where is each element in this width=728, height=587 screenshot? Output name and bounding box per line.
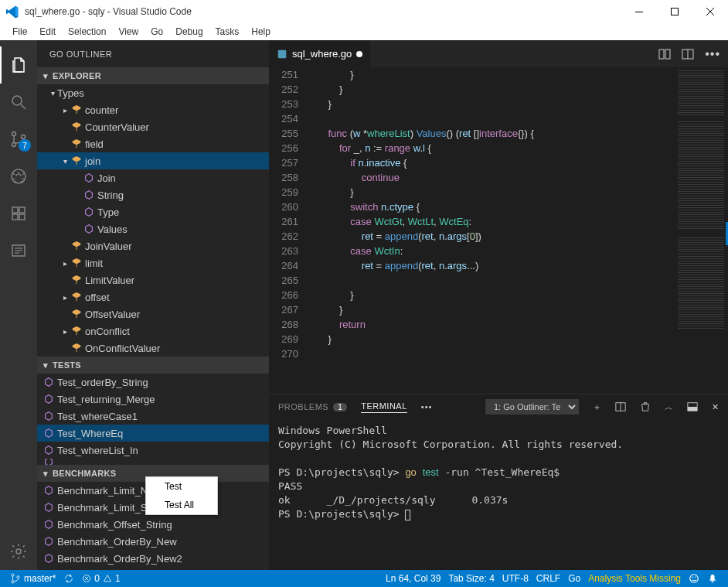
source-control-icon[interactable]: 7 bbox=[0, 121, 37, 158]
svg-point-27 bbox=[12, 581, 14, 583]
tree-item-countervaluer[interactable]: CounterValuer bbox=[37, 118, 269, 135]
status-analysis[interactable]: Analysis Tools Missing bbox=[584, 570, 685, 587]
status-branch[interactable]: master* bbox=[6, 570, 60, 587]
menu-view[interactable]: View bbox=[112, 25, 145, 39]
test-item[interactable]: Test_WhereEq bbox=[37, 425, 269, 442]
struct-icon bbox=[70, 121, 83, 132]
menu-go[interactable]: Go bbox=[145, 25, 169, 39]
svg-point-6 bbox=[22, 135, 26, 139]
panel-tab-terminal[interactable]: TERMINAL bbox=[361, 401, 407, 413]
vscode-logo-icon bbox=[6, 5, 19, 18]
chevron-down-icon: ▾ bbox=[48, 89, 57, 97]
maximize-button[interactable] bbox=[657, 0, 692, 23]
split-terminal-icon[interactable] bbox=[615, 401, 626, 412]
tree-item-join[interactable]: ▾join bbox=[37, 152, 269, 169]
new-terminal-icon[interactable]: ＋ bbox=[593, 401, 601, 413]
test-item[interactable]: Test_orderBy_String bbox=[37, 374, 269, 391]
struct-icon bbox=[70, 343, 83, 353]
split-editor-icon[interactable] bbox=[682, 48, 694, 60]
settings-gear-icon[interactable] bbox=[0, 533, 37, 570]
svg-point-26 bbox=[12, 574, 14, 576]
tree-item-field[interactable]: field bbox=[37, 135, 269, 152]
tree-item-counter[interactable]: ▸counter bbox=[37, 101, 269, 118]
section-explorer[interactable]: ▾ EXPLORER bbox=[37, 67, 269, 84]
outline-icon[interactable] bbox=[0, 232, 37, 269]
tree-types[interactable]: ▾ Types bbox=[37, 84, 269, 101]
status-problems[interactable]: 0 1 bbox=[78, 570, 124, 587]
status-language[interactable]: Go bbox=[564, 570, 584, 587]
status-eol[interactable]: CRLF bbox=[532, 570, 564, 587]
tree-item-onconflict[interactable]: ▸onConflict bbox=[37, 323, 269, 340]
struct-icon bbox=[70, 104, 83, 115]
status-bell-icon[interactable] bbox=[703, 570, 722, 587]
status-sync[interactable] bbox=[60, 570, 78, 587]
status-bar: master* 0 1 Ln 64, Col 39 Tab Size: 4 UT… bbox=[0, 570, 728, 587]
code-content[interactable]: } } } func (w *whereList) Values() (ret … bbox=[311, 67, 728, 394]
tree-item-values[interactable]: Values bbox=[37, 220, 269, 237]
svg-point-7 bbox=[12, 169, 26, 183]
menu-selection[interactable]: Selection bbox=[62, 25, 112, 39]
maximize-panel-icon[interactable]: ︿ bbox=[665, 401, 673, 413]
menu-edit[interactable]: Edit bbox=[33, 25, 62, 39]
chevron-down-icon: ▾ bbox=[40, 360, 51, 370]
menu-debug[interactable]: Debug bbox=[169, 25, 209, 39]
status-encoding[interactable]: UTF-8 bbox=[498, 570, 532, 587]
tab-label: sql_where.go bbox=[292, 48, 352, 60]
context-menu-test-all[interactable]: Test All bbox=[146, 496, 217, 514]
svg-point-2 bbox=[12, 96, 22, 105]
tree-item-join[interactable]: Join bbox=[37, 169, 269, 186]
extensions-icon[interactable] bbox=[0, 195, 37, 232]
tree-item-limitvaluer[interactable]: LimitValuer bbox=[37, 271, 269, 288]
go-file-icon bbox=[277, 49, 287, 60]
scm-badge: 7 bbox=[19, 139, 31, 152]
svg-point-16 bbox=[16, 549, 21, 554]
terminal-output[interactable]: Windows PowerShell Copyright (C) Microso… bbox=[269, 419, 728, 570]
tree-item-limit[interactable]: ▸limit bbox=[37, 254, 269, 271]
benchmark-item[interactable]: Benchmark_OrderBy_New2 bbox=[37, 550, 269, 567]
more-icon[interactable]: ••• bbox=[705, 47, 720, 61]
method-icon bbox=[82, 172, 96, 183]
status-feedback-icon[interactable] bbox=[685, 570, 703, 587]
menu-file[interactable]: File bbox=[6, 25, 33, 39]
struct-icon bbox=[70, 292, 83, 302]
more-icon[interactable]: ••• bbox=[421, 402, 433, 411]
toggle-panel-icon[interactable] bbox=[687, 401, 698, 412]
minimap[interactable] bbox=[674, 67, 728, 394]
menu-help[interactable]: Help bbox=[245, 25, 277, 39]
menu-tasks[interactable]: Tasks bbox=[209, 25, 246, 39]
debug-icon[interactable] bbox=[0, 158, 37, 195]
benchmark-icon bbox=[42, 502, 56, 513]
tree-item-offset[interactable]: ▸offset bbox=[37, 288, 269, 305]
status-tabsize[interactable]: Tab Size: 4 bbox=[444, 570, 498, 587]
line-gutter: 2512522532542552562572582592602612622632… bbox=[269, 67, 311, 394]
tab-sql-where[interactable]: sql_where.go bbox=[269, 40, 370, 67]
svg-point-28 bbox=[17, 576, 19, 578]
svg-rect-1 bbox=[672, 9, 679, 15]
tree-item-string[interactable]: String bbox=[37, 186, 269, 203]
benchmark-item[interactable]: Benchmark_OrderBy_New bbox=[37, 533, 269, 550]
tree-item-onconflictvaluer[interactable]: OnConflictValuer bbox=[37, 340, 269, 357]
test-item[interactable]: Test_whereCase1 bbox=[37, 408, 269, 425]
tree-item-type[interactable]: Type bbox=[37, 203, 269, 220]
code-editor[interactable]: 2512522532542552562572582592602612622632… bbox=[269, 67, 728, 394]
terminal-selector[interactable]: 1: Go Outliner: Te bbox=[485, 399, 579, 415]
test-item[interactable]: Test_whereList_In bbox=[37, 442, 269, 459]
context-menu-test[interactable]: Test bbox=[146, 477, 217, 496]
editor-tabs: sql_where.go ••• bbox=[269, 40, 728, 67]
search-icon[interactable] bbox=[0, 84, 37, 121]
kill-terminal-icon[interactable] bbox=[640, 401, 651, 412]
tree-item-offsetvaluer[interactable]: OffsetValuer bbox=[37, 305, 269, 323]
benchmark-item[interactable]: Benchmark_Offset_String bbox=[37, 516, 269, 533]
close-panel-icon[interactable]: ✕ bbox=[712, 402, 719, 412]
menubar: File Edit Selection View Go Debug Tasks … bbox=[0, 23, 728, 40]
tree-item-joinvaluer[interactable]: JoinValuer bbox=[37, 237, 269, 254]
panel-tab-problems[interactable]: PROBLEMS 1 bbox=[278, 402, 347, 411]
explorer-icon[interactable] bbox=[0, 46, 37, 84]
section-tests[interactable]: ▾ TESTS bbox=[37, 357, 269, 374]
minimize-button[interactable] bbox=[621, 0, 657, 23]
svg-rect-11 bbox=[19, 207, 25, 213]
test-item[interactable]: Test_returning_Merge bbox=[37, 391, 269, 408]
compare-icon[interactable] bbox=[658, 48, 671, 60]
status-lncol[interactable]: Ln 64, Col 39 bbox=[382, 570, 444, 587]
close-button[interactable] bbox=[692, 0, 728, 23]
